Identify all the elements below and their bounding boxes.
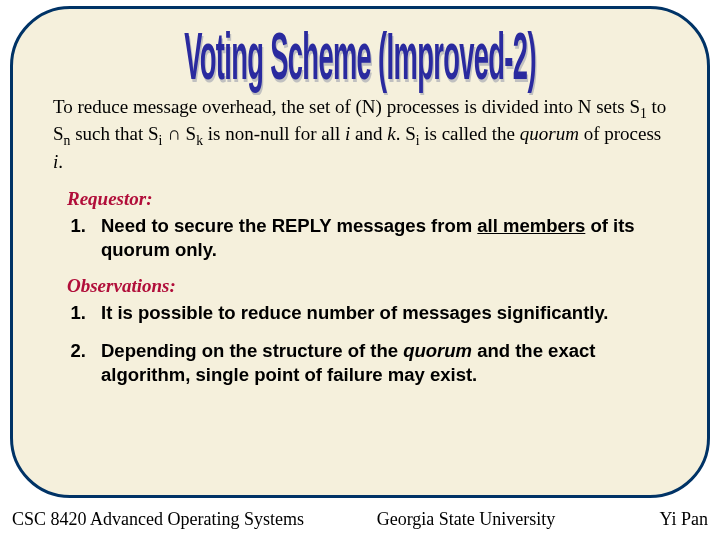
observations-heading: Observations:	[67, 275, 677, 297]
intro-text: such that S	[70, 123, 158, 144]
intro-text: ∩ S	[162, 123, 196, 144]
slide-footer: CSC 8420 Advanced Operating Systems Geor…	[0, 504, 720, 534]
footer-author: Yi Pan	[628, 509, 708, 530]
intro-text: of process	[579, 123, 661, 144]
item-text: Need to secure the REPLY messages from	[101, 215, 477, 236]
list-item: Depending on the structure of the quorum…	[91, 339, 663, 386]
requestor-heading: Requestor:	[67, 188, 677, 210]
intro-text: To reduce message overhead, the set of (…	[53, 96, 640, 117]
item-text: It is possible to reduce number of messa…	[101, 302, 609, 323]
footer-course: CSC 8420 Advanced Operating Systems	[12, 509, 304, 530]
observations-list: It is possible to reduce number of messa…	[91, 301, 663, 386]
intro-text: and	[350, 123, 387, 144]
intro-text: is non-null for all	[203, 123, 345, 144]
item-text: Depending on the structure of the	[101, 340, 403, 361]
footer-university: Georgia State University	[304, 509, 628, 530]
intro-text: . S	[396, 123, 416, 144]
sub-k: k	[196, 133, 203, 148]
intro-text: is called the	[420, 123, 520, 144]
slide-frame: Voting Scheme (Improved-2) To reduce mes…	[10, 6, 710, 498]
underline-all-members: all members	[477, 215, 585, 236]
list-item: Need to secure the REPLY messages from a…	[91, 214, 663, 261]
italic-quorum2: quorum	[403, 340, 472, 361]
slide-title: Voting Scheme (Improved-2)	[163, 23, 556, 89]
intro-paragraph: To reduce message overhead, the set of (…	[53, 95, 667, 174]
list-item: It is possible to reduce number of messa…	[91, 301, 663, 325]
sub-1: 1	[640, 106, 647, 121]
requestor-list: Need to secure the REPLY messages from a…	[91, 214, 663, 261]
italic-quorum: quorum	[520, 123, 579, 144]
intro-text: .	[58, 151, 63, 172]
italic-k: k	[387, 123, 395, 144]
